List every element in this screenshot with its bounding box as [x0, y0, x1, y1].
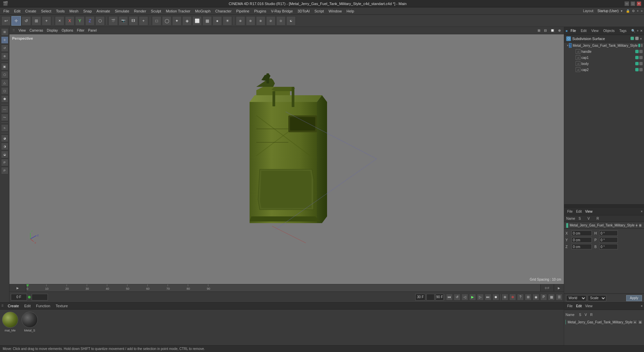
left-tool-select[interactable]: ⊞: [1, 28, 8, 36]
vt-panel-menu[interactable]: Panel: [87, 28, 99, 33]
render-preview-button[interactable]: 🎬: [108, 16, 118, 26]
vt-display-menu[interactable]: Display: [45, 28, 60, 33]
motion-mode7-button[interactable]: ▦: [548, 294, 555, 301]
object-display-button[interactable]: □: [152, 16, 161, 26]
tree-model-item[interactable]: ▾ L Metal_Jerry_Gas_Fuel_Tank_Military_S…: [564, 42, 644, 48]
connect-button[interactable]: ☯: [286, 16, 296, 26]
sun-button[interactable]: ☀: [223, 16, 232, 26]
menu-3dtoai[interactable]: 3DToAI: [295, 8, 312, 14]
menu-snap[interactable]: Snap: [81, 8, 94, 14]
y-coord-input[interactable]: [572, 237, 592, 243]
z-coord-input[interactable]: [572, 244, 592, 249]
tree-handle-item[interactable]: △ handle: [564, 48, 644, 55]
align-button[interactable]: ⊗: [256, 16, 265, 26]
menu-window[interactable]: Window: [327, 8, 344, 14]
left-tool-10[interactable]: 〜: [1, 114, 8, 121]
world-dropdown[interactable]: World: [566, 295, 586, 301]
mat-tab-texture[interactable]: Texture: [53, 303, 70, 309]
scene-panel-search-icon[interactable]: 🔍: [631, 29, 635, 33]
menu-script[interactable]: Script: [312, 8, 326, 14]
motion-mode2-button[interactable]: ⊕: [509, 294, 516, 301]
menu-sculpt[interactable]: Sculpt: [149, 8, 163, 14]
left-tool-3[interactable]: ⊗: [1, 52, 8, 60]
menu-render[interactable]: Render: [132, 8, 148, 14]
b-coord-input[interactable]: [599, 244, 618, 249]
mat-tab-create[interactable]: Create: [5, 303, 22, 309]
menu-pipeline[interactable]: Pipeline: [234, 8, 251, 14]
attr-tab-edit[interactable]: Edit: [574, 209, 583, 214]
scale-tool-button[interactable]: ⊞: [32, 16, 41, 26]
attr-panel-close[interactable]: ×: [641, 210, 643, 213]
fps-display[interactable]: 30 F: [415, 294, 425, 301]
material-item-dark[interactable]: Metal_S: [22, 312, 38, 332]
motion-mode-button[interactable]: ⊕: [502, 294, 508, 301]
attr-icon-btn1[interactable]: ◈: [635, 223, 638, 228]
undo-button[interactable]: ↩: [1, 16, 11, 26]
scale-dropdown[interactable]: Scale: [588, 295, 606, 301]
grid-button[interactable]: ⬜: [192, 16, 202, 26]
render-to-picture-viewer-button[interactable]: +: [139, 16, 148, 26]
3d-viewport[interactable]: Perspective: [9, 34, 564, 284]
attr-tab-file[interactable]: File: [566, 209, 574, 214]
left-tool-9[interactable]: —: [1, 106, 8, 113]
render-settings-button[interactable]: 🎞: [129, 16, 138, 26]
br-icon-btn2[interactable]: ▦: [638, 320, 643, 324]
frame-display[interactable]: [32, 294, 48, 301]
scene-panel-add-icon[interactable]: +: [637, 29, 639, 33]
motion-mode3-button[interactable]: ?: [517, 294, 524, 301]
h-coord-input[interactable]: [599, 231, 618, 236]
p-coord-input[interactable]: [599, 237, 618, 243]
menu-select[interactable]: Select: [39, 8, 54, 14]
left-tool-7[interactable]: ◻: [1, 87, 8, 95]
current-frame-input[interactable]: 0 F: [11, 294, 27, 301]
left-tool-4[interactable]: ▣: [1, 63, 8, 70]
menu-motion-tracker[interactable]: Motion Tracker: [164, 8, 192, 14]
left-tool-6[interactable]: △: [1, 79, 8, 86]
timeline-ruler[interactable]: ▶ 0 10 20 30: [9, 284, 564, 291]
menu-create[interactable]: Create: [23, 8, 38, 14]
scene-tab-tags[interactable]: Tags: [618, 28, 628, 33]
left-tool-2[interactable]: ↺: [1, 44, 8, 52]
snap-button[interactable]: ⊕: [236, 16, 245, 26]
motion-mode8-button[interactable]: ☰: [556, 294, 562, 301]
vt-cameras-menu[interactable]: Cameras: [28, 28, 45, 33]
scene-tab-objects[interactable]: Objects: [602, 28, 616, 33]
menu-character[interactable]: Character: [213, 8, 233, 14]
minimize-button[interactable]: ─: [624, 1, 629, 6]
scene-tab-view[interactable]: View: [589, 28, 600, 33]
attr-icon-btn2[interactable]: ▦: [639, 223, 642, 228]
left-tool-5[interactable]: ⬡: [1, 71, 8, 78]
tree-body-item[interactable]: △ body: [564, 61, 644, 67]
light-button[interactable]: ●: [213, 16, 222, 26]
layout-lock-icon[interactable]: 🔒: [626, 9, 630, 13]
mat-tab-function[interactable]: Function: [33, 303, 53, 309]
vt-icon1[interactable]: ⊞: [536, 28, 542, 33]
rotate-tool-button[interactable]: ↺: [22, 16, 31, 26]
texture-display-button[interactable]: ✦: [172, 16, 182, 26]
vt-icon3[interactable]: 🔲: [549, 28, 556, 33]
br-tab-edit[interactable]: Edit: [574, 304, 583, 309]
apply-button[interactable]: Apply: [626, 295, 642, 301]
motion-mode5-button[interactable]: ◉: [533, 294, 539, 301]
menu-simulate[interactable]: Simulate: [113, 8, 131, 14]
motion-mode4-button[interactable]: ⊞: [525, 294, 532, 301]
scene-panel-scrollbar[interactable]: [564, 204, 644, 208]
menu-mograph[interactable]: MoGraph: [193, 8, 213, 14]
wireframe-button[interactable]: ▦: [202, 16, 212, 26]
vt-icon2[interactable]: ⊟: [542, 28, 548, 33]
layout-dropdown-icon[interactable]: ▾: [621, 9, 622, 13]
phong-button[interactable]: ◯: [162, 16, 171, 26]
x-axis-button[interactable]: X: [65, 16, 74, 26]
motion-mode6-button[interactable]: P: [540, 294, 547, 301]
menu-help[interactable]: Help: [345, 8, 356, 14]
scene-tab-file[interactable]: File: [569, 28, 578, 33]
all-axes-button[interactable]: ⬡: [95, 16, 105, 26]
y-axis-button[interactable]: Y: [75, 16, 85, 26]
x-coord-input[interactable]: [572, 231, 592, 236]
br-close-icon[interactable]: ×: [641, 304, 643, 308]
br-tab-file[interactable]: File: [566, 304, 574, 309]
layout-settings-icon[interactable]: ⚙: [632, 9, 635, 13]
left-tool-11[interactable]: S: [1, 124, 8, 132]
subdiv-expand-icon[interactable]: ×: [640, 37, 642, 41]
playback-loop-button[interactable]: ↺: [454, 294, 460, 301]
